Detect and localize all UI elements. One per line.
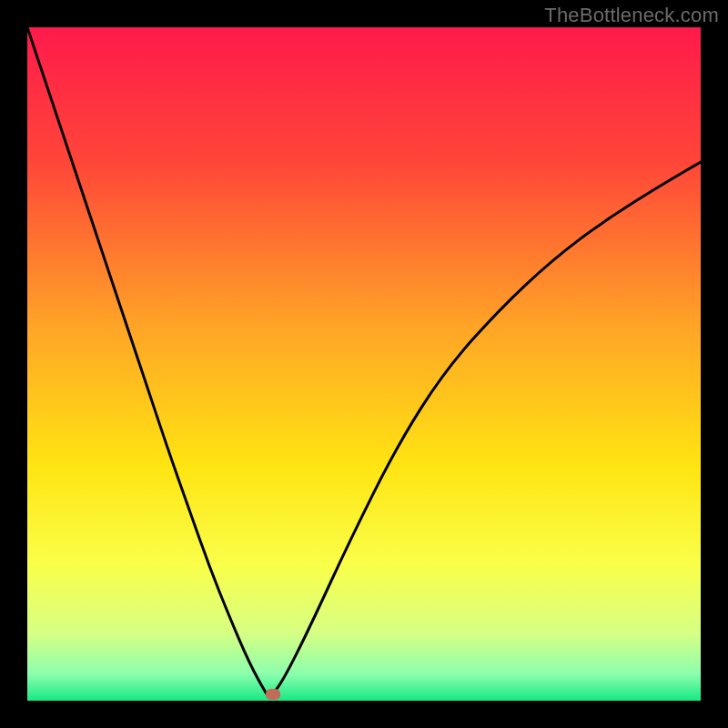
watermark-text: TheBottleneck.com: [544, 4, 719, 27]
curve-svg: [27, 27, 701, 701]
chart-frame: TheBottleneck.com: [0, 0, 728, 728]
plot-area: [27, 27, 701, 701]
minimum-marker: [266, 689, 280, 700]
bottleneck-curve-path: [27, 27, 701, 696]
